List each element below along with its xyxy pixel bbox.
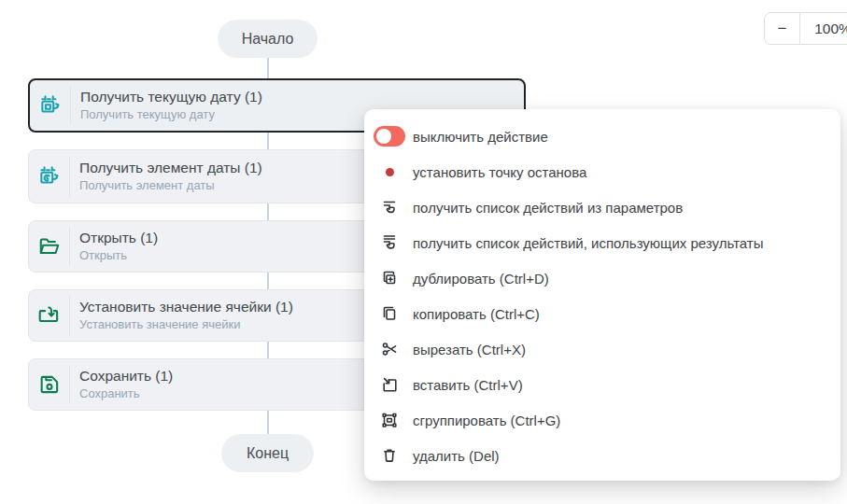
context-menu: выключить действие установить точку оста… — [364, 109, 840, 481]
duplicate-icon — [372, 269, 407, 287]
menu-item-copy[interactable]: копировать (Ctrl+C) — [364, 296, 840, 331]
menu-item-group[interactable]: сгруппировать (Ctrl+G) — [364, 402, 840, 438]
trash-icon — [372, 446, 407, 465]
block-subtitle: Получить элемент даты — [79, 178, 262, 194]
zoom-out-button[interactable]: − — [765, 13, 800, 44]
calendar-element-icon — [29, 150, 69, 203]
group-icon — [372, 411, 407, 429]
menu-item-delete[interactable]: удалить (Del) — [364, 438, 840, 473]
minus-icon: − — [778, 20, 787, 38]
menu-item-duplicate[interactable]: дублировать (Ctrl+D) — [364, 260, 840, 296]
zoom-level-value: 100% — [800, 21, 847, 37]
menu-item-label: установить точку останова — [413, 164, 586, 180]
zoom-control: − 100% — [764, 12, 847, 45]
save-icon — [29, 359, 69, 410]
menu-item-actions-using-results[interactable]: получить список действий, использующих р… — [364, 225, 840, 260]
end-node[interactable]: Конец — [221, 434, 314, 472]
menu-item-label: сгруппировать (Ctrl+G) — [413, 413, 560, 428]
start-node[interactable]: Начало — [218, 20, 318, 58]
block-subtitle: Открыть — [79, 248, 158, 264]
start-node-label: Начало — [242, 31, 294, 48]
paste-icon — [372, 375, 407, 394]
menu-item-label: получить список действий из параметров — [413, 200, 683, 216]
menu-item-label: копировать (Ctrl+C) — [413, 306, 540, 322]
lines-hand-icon — [372, 198, 407, 217]
copy-icon — [372, 304, 407, 323]
block-subtitle: Установить значение ячейки — [79, 317, 293, 333]
block-title: Открыть (1) — [79, 229, 158, 246]
menu-item-label: дублировать (Ctrl+D) — [413, 271, 549, 287]
menu-item-actions-from-params[interactable]: получить список действий из параметров — [364, 189, 840, 225]
block-title: Получить текущую дату (1) — [80, 88, 262, 105]
menu-item-paste[interactable]: вставить (Ctrl+V) — [364, 367, 840, 402]
calendar-export-icon — [30, 80, 70, 131]
menu-item-set-breakpoint[interactable]: установить точку останова — [364, 154, 840, 189]
menu-item-label: вставить (Ctrl+V) — [413, 377, 523, 393]
breakpoint-dot-icon — [372, 168, 407, 176]
block-subtitle: Получить текущую дату — [80, 107, 262, 123]
menu-item-label: удалить (Del) — [413, 448, 500, 464]
scissors-icon — [372, 340, 407, 358]
block-title: Сохранить (1) — [79, 367, 173, 385]
toggle-on-red-icon[interactable] — [372, 126, 407, 147]
menu-item-label: выключить действие — [413, 129, 548, 145]
cell-set-icon — [29, 290, 69, 341]
block-subtitle: Сохранить — [79, 386, 173, 402]
menu-item-label: получить список действий, использующих р… — [413, 235, 764, 251]
lines3-hand-icon — [372, 233, 407, 252]
folder-open-icon — [29, 221, 69, 272]
menu-item-cut[interactable]: вырезать (Ctrl+X) — [364, 331, 840, 367]
menu-item-disable-action[interactable]: выключить действие — [364, 119, 840, 154]
block-title: Получить элемент даты (1) — [79, 159, 262, 176]
end-node-label: Конец — [247, 445, 289, 462]
workflow-canvas: Начало Получить текущую дату (1) Получит… — [0, 0, 847, 504]
block-title: Установить значение ячейки (1) — [79, 298, 293, 315]
menu-item-label: вырезать (Ctrl+X) — [413, 342, 526, 357]
